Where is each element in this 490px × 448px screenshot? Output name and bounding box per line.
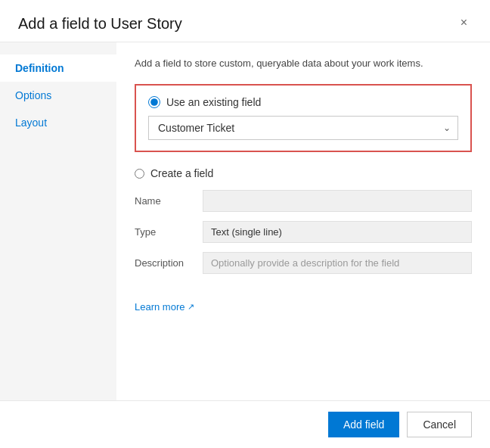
close-button[interactable]: × bbox=[456, 15, 472, 30]
type-label: Type bbox=[135, 226, 203, 238]
add-field-button[interactable]: Add field bbox=[328, 412, 399, 437]
dialog: Add a field to User Story × Definition O… bbox=[0, 0, 490, 448]
description-input[interactable] bbox=[203, 252, 472, 274]
sidebar-item-options[interactable]: Options bbox=[0, 82, 116, 109]
dialog-body: Definition Options Layout Add a field to… bbox=[0, 42, 490, 400]
create-field-label[interactable]: Create a field bbox=[150, 167, 213, 179]
create-field-radio[interactable] bbox=[135, 169, 144, 179]
sidebar: Definition Options Layout bbox=[0, 42, 116, 400]
main-content: Add a field to store custom, queryable d… bbox=[116, 42, 490, 400]
type-input[interactable] bbox=[203, 221, 472, 243]
use-existing-radio[interactable] bbox=[148, 96, 160, 108]
sidebar-item-definition[interactable]: Definition bbox=[0, 54, 116, 82]
use-existing-label[interactable]: Use an existing field bbox=[166, 96, 261, 108]
dialog-footer: Add field Cancel bbox=[0, 400, 490, 448]
existing-field-dropdown-wrapper: Customer Ticket ⌄ bbox=[148, 116, 458, 140]
description-text: Add a field to store custom, queryable d… bbox=[135, 58, 472, 69]
dialog-title: Add a field to User Story bbox=[18, 15, 182, 33]
cancel-button[interactable]: Cancel bbox=[407, 412, 472, 437]
sidebar-item-layout[interactable]: Layout bbox=[0, 109, 116, 136]
use-existing-radio-row: Use an existing field bbox=[148, 96, 458, 108]
name-field-row: Name bbox=[135, 190, 472, 212]
description-label: Description bbox=[135, 257, 203, 269]
name-label: Name bbox=[135, 195, 203, 207]
use-existing-field-box: Use an existing field Customer Ticket ⌄ bbox=[135, 84, 472, 152]
dialog-header: Add a field to User Story × bbox=[0, 0, 490, 42]
external-link-icon: ↗ bbox=[188, 302, 194, 312]
name-input[interactable] bbox=[203, 190, 472, 212]
create-field-section: Create a field Name Type Description bbox=[135, 167, 472, 283]
create-field-header: Create a field bbox=[135, 167, 472, 179]
learn-more-text: Learn more bbox=[135, 301, 185, 313]
existing-field-select[interactable]: Customer Ticket bbox=[148, 116, 458, 140]
description-field-row: Description bbox=[135, 252, 472, 274]
learn-more-link[interactable]: Learn more ↗ bbox=[135, 301, 472, 313]
type-field-row: Type bbox=[135, 221, 472, 243]
